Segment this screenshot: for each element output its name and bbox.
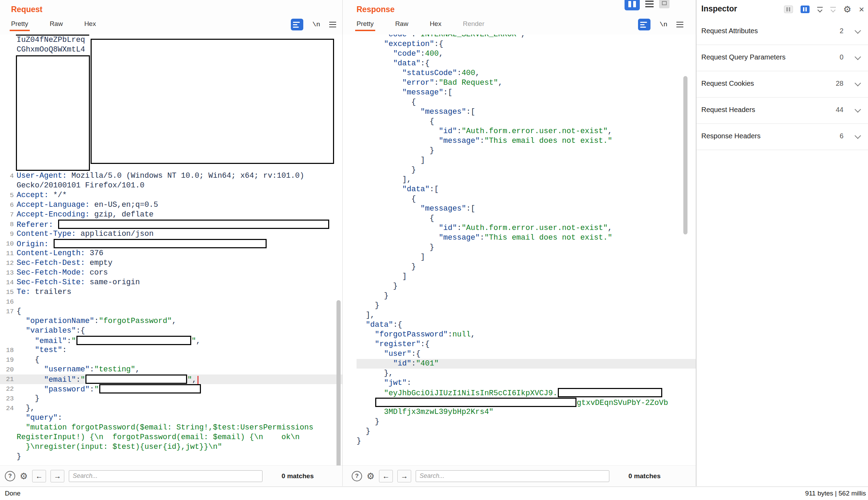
- code-row: 9Content-Type: application/json: [0, 229, 342, 239]
- code-row: "mutation forgotPassword($email: String!…: [0, 423, 342, 433]
- code-row: ]: [357, 252, 696, 262]
- help-icon[interactable]: ?: [352, 471, 362, 481]
- redaction-box: [85, 374, 187, 384]
- inspector-panel: Inspector ⚙ × Request Attributes 2 Reque…: [696, 0, 868, 486]
- response-search-toolbar: ? ⚙ ← → 0 matches: [343, 465, 696, 486]
- response-tabs: Pretty Raw Hex Render: [357, 20, 484, 31]
- redaction-box: [76, 336, 191, 345]
- code-row: 13Sec-Fetch-Mode: cors: [0, 268, 342, 278]
- line-number: [0, 452, 17, 462]
- section-count: 28: [836, 80, 843, 87]
- status-text: Done: [5, 490, 20, 497]
- redaction-box: [375, 398, 576, 407]
- code-row: {: [357, 117, 696, 127]
- line-number: [0, 433, 17, 442]
- code-row: }: [357, 436, 696, 446]
- chevron-down-icon: [855, 27, 861, 34]
- expand-all-icon[interactable]: [830, 7, 836, 12]
- response-match-count: 0 matches: [628, 472, 661, 480]
- next-match-button[interactable]: →: [50, 470, 64, 482]
- gear-icon[interactable]: ⚙: [843, 5, 851, 14]
- code-row: }: [0, 452, 342, 462]
- request-scrollbar[interactable]: [336, 300, 341, 465]
- prev-match-button[interactable]: ←: [379, 470, 393, 482]
- request-code: 4User-Agent: Mozilla/5.0 (Windows NT 10.…: [0, 171, 342, 462]
- tab-raw[interactable]: Raw: [50, 20, 63, 31]
- section-request-query-parameters[interactable]: Request Query Parameters 0: [696, 45, 868, 71]
- redaction-box: [16, 55, 90, 171]
- line-number: 10: [0, 239, 17, 249]
- inspector-title: Inspector: [701, 4, 737, 13]
- layout-pane-active-icon[interactable]: [801, 6, 810, 13]
- code-row: "email":"",: [0, 336, 342, 345]
- newline-toggle-icon[interactable]: \n: [312, 21, 320, 28]
- response-panel-title: Response: [357, 5, 395, 14]
- code-row: }: [357, 262, 696, 272]
- layout-pane-icon[interactable]: [784, 6, 793, 13]
- layout-controls: [625, 0, 670, 10]
- code-row: 12Sec-Fetch-Dest: empty: [0, 258, 342, 268]
- gear-icon[interactable]: ⚙: [20, 472, 28, 481]
- response-viewer[interactable]: "code":"INTERNAL_SERVER_ERROR", "excepti…: [343, 35, 696, 465]
- tab-hex[interactable]: Hex: [430, 20, 442, 31]
- rows-layout-icon[interactable]: [645, 0, 654, 7]
- tab-pretty[interactable]: Pretty: [357, 20, 374, 31]
- request-search-toolbar: ? ⚙ ← → 0 matches: [0, 465, 342, 486]
- chevron-down-icon: [855, 106, 861, 112]
- code-row: }: [357, 165, 696, 175]
- code-row: }: [357, 281, 696, 291]
- code-row: "message":"This email does not exist.": [357, 233, 696, 243]
- response-search-input[interactable]: [416, 470, 609, 482]
- code-row: ],: [357, 311, 696, 320]
- prev-match-button[interactable]: ←: [32, 470, 46, 482]
- tab-raw[interactable]: Raw: [395, 20, 408, 31]
- next-match-button[interactable]: →: [397, 470, 411, 482]
- line-number: 16: [0, 297, 17, 307]
- code-row: 10Origin:: [0, 239, 342, 249]
- code-row: "user":{: [357, 349, 696, 359]
- response-scrollbar[interactable]: [683, 76, 687, 234]
- code-row: ],: [357, 175, 696, 185]
- code-row: }: [357, 417, 696, 427]
- tab-render[interactable]: Render: [463, 20, 484, 31]
- beautify-icon[interactable]: [291, 19, 303, 30]
- section-label: Request Query Parameters: [701, 53, 785, 61]
- columns-layout-icon[interactable]: [625, 0, 640, 10]
- request-search-input[interactable]: [69, 470, 262, 482]
- request-cookie-fragment: CGhxmOoQ8WXmtL4: [17, 45, 85, 55]
- single-pane-layout-icon[interactable]: [659, 0, 670, 8]
- section-response-headers[interactable]: Response Headers 6: [696, 124, 868, 150]
- code-row: 22 "password":": [0, 384, 342, 394]
- line-number: 18: [0, 345, 17, 355]
- line-number: 12: [0, 258, 17, 268]
- code-row: 11Content-Length: 376: [0, 249, 342, 258]
- beautify-icon[interactable]: [638, 19, 650, 30]
- code-row: "operationName":"forgotPassword",: [0, 316, 342, 326]
- section-request-cookies[interactable]: Request Cookies 28: [696, 71, 868, 98]
- line-number: 23: [0, 394, 17, 404]
- code-row: "messages":[: [357, 204, 696, 214]
- text-caret: [197, 376, 198, 384]
- inspector-toolbar: ⚙ ×: [784, 3, 865, 15]
- tab-hex[interactable]: Hex: [84, 20, 96, 31]
- section-request-attributes[interactable]: Request Attributes 2: [696, 19, 868, 45]
- response-metrics: 911 bytes | 562 millis: [805, 490, 866, 497]
- newline-toggle-icon[interactable]: \n: [659, 21, 667, 28]
- section-count: 2: [840, 27, 843, 35]
- menu-icon[interactable]: [329, 22, 336, 27]
- code-row: 18 "test":: [0, 345, 342, 355]
- code-row: 3MDlfjx3mzwL39ybHp2Krs4": [357, 407, 696, 417]
- request-cookie-fragment: IuZ04fNeZPbLreq: [17, 35, 85, 45]
- tab-pretty[interactable]: Pretty: [11, 20, 28, 31]
- request-editor[interactable]: IuZ04fNeZPbLreq CGhxmOoQ8WXmtL4 4User-Ag…: [0, 35, 342, 465]
- menu-icon[interactable]: [676, 22, 683, 27]
- close-icon[interactable]: ×: [859, 5, 864, 14]
- section-label: Request Cookies: [701, 80, 754, 87]
- line-number: 11: [0, 249, 17, 258]
- line-number: 14: [0, 278, 17, 287]
- collapse-all-icon[interactable]: [817, 7, 823, 12]
- section-request-headers[interactable]: Request Headers 44: [696, 98, 868, 124]
- help-icon[interactable]: ?: [5, 471, 15, 481]
- section-count: 0: [840, 53, 843, 61]
- gear-icon[interactable]: ⚙: [367, 472, 375, 481]
